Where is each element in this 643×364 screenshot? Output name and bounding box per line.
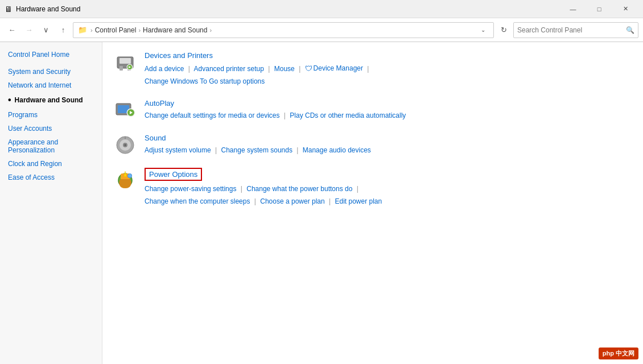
sound-content: Sound Adjust system volume | Change syst…	[145, 134, 632, 157]
content-area: Devices and Printers Add a device | Adva…	[102, 42, 643, 364]
devices-and-printers-links: Add a device | Advanced printer setup | …	[145, 62, 632, 88]
sidebar-item-clock-and-region[interactable]: Clock and Region	[0, 157, 102, 171]
autoplay-icon	[114, 99, 137, 122]
sidebar-item-appearance-and-personalization[interactable]: Appearance and Personalization	[0, 135, 102, 157]
sidebar-item-network-and-internet[interactable]: Network and Internet	[0, 78, 102, 92]
sound-title[interactable]: Sound	[145, 134, 632, 142]
search-box[interactable]: 🔍	[513, 22, 638, 38]
device-manager-link[interactable]: Device Manager	[314, 63, 363, 75]
refresh-button[interactable]: ↻	[496, 23, 511, 38]
sidebar-item-control-panel-home[interactable]: Control Panel Home	[0, 48, 102, 61]
power-options-content: Power Options Change power-saving settin…	[145, 168, 632, 208]
mouse-link[interactable]: Mouse	[274, 65, 295, 73]
manage-audio-devices-link[interactable]: Manage audio devices	[303, 146, 371, 154]
up-button[interactable]: ↑	[56, 23, 71, 38]
search-icon: 🔍	[626, 26, 634, 34]
sidebar-item-ease-of-access[interactable]: Ease of Access	[0, 171, 102, 184]
php-badge: php 中文网	[599, 348, 638, 359]
title-bar-title: Hardware and Sound	[16, 5, 560, 13]
change-power-saving-settings-link[interactable]: Change power-saving settings	[145, 185, 236, 193]
add-a-device-link[interactable]: Add a device	[145, 65, 184, 73]
category-sound: Sound Adjust system volume | Change syst…	[114, 134, 632, 157]
php-badge-text: php 中文网	[603, 349, 634, 358]
title-bar: 🖥 Hardware and Sound — □ ✕	[0, 0, 643, 18]
autoplay-content: AutoPlay Change default settings for med…	[145, 99, 632, 122]
sidebar: Control Panel Home System and Security N…	[0, 42, 102, 364]
edit-power-plan-link[interactable]: Edit power plan	[335, 197, 382, 205]
title-bar-icon: 🖥	[5, 5, 13, 14]
change-windows-to-go-link[interactable]: Change Windows To Go startup options	[145, 77, 265, 85]
power-options-icon	[114, 168, 137, 191]
address-bar: ← → ∨ ↑ 📁 › Control Panel › Hardware and…	[0, 18, 643, 42]
category-power-options: Power Options Change power-saving settin…	[114, 168, 632, 208]
breadcrumb-sep: ›	[90, 27, 93, 34]
devices-and-printers-title[interactable]: Devices and Printers	[145, 51, 632, 60]
svg-point-20	[128, 174, 131, 177]
minimize-button[interactable]: —	[560, 0, 586, 18]
choose-power-plan-link[interactable]: Choose a power plan	[260, 197, 324, 205]
back-button[interactable]: ←	[5, 23, 19, 38]
autoplay-links: Change default settings for media or dev…	[145, 110, 632, 122]
forward-button[interactable]: →	[22, 23, 36, 38]
sidebar-item-hardware-and-sound[interactable]: Hardware and Sound	[0, 92, 102, 108]
main-container: Control Panel Home System and Security N…	[0, 42, 643, 364]
power-options-title[interactable]: Power Options	[145, 168, 202, 181]
play-cds-link[interactable]: Play CDs or other media automatically	[290, 111, 406, 119]
sidebar-item-system-and-security[interactable]: System and Security	[0, 65, 102, 78]
devices-and-printers-icon	[114, 51, 137, 74]
title-bar-controls: — □ ✕	[560, 0, 638, 18]
sound-links: Adjust system volume | Change system sou…	[145, 144, 632, 157]
adjust-system-volume-link[interactable]: Adjust system volume	[145, 146, 211, 154]
search-input[interactable]	[517, 26, 624, 34]
breadcrumb-dropdown-arrow[interactable]: ⌄	[477, 23, 489, 38]
svg-rect-1	[119, 66, 123, 71]
category-autoplay: AutoPlay Change default settings for med…	[114, 99, 632, 122]
breadcrumb-control-panel[interactable]: Control Panel	[95, 26, 137, 34]
sidebar-item-user-accounts[interactable]: User Accounts	[0, 122, 102, 135]
close-button[interactable]: ✕	[612, 0, 638, 18]
change-power-buttons-link[interactable]: Change what the power buttons do	[246, 185, 352, 193]
maximize-button[interactable]: □	[586, 0, 612, 18]
change-when-computer-sleeps-link[interactable]: Change when the computer sleeps	[145, 197, 250, 205]
sidebar-item-programs[interactable]: Programs	[0, 108, 102, 122]
sound-icon	[114, 134, 137, 156]
dropdown-button[interactable]: ∨	[39, 23, 53, 38]
breadcrumb-hardware-and-sound[interactable]: Hardware and Sound	[143, 26, 207, 34]
change-default-settings-link[interactable]: Change default settings for media or dev…	[145, 111, 279, 119]
power-options-links: Change power-saving settings | Change wh…	[145, 183, 632, 208]
devices-and-printers-content: Devices and Printers Add a device | Adva…	[145, 51, 632, 88]
advanced-printer-setup-link[interactable]: Advanced printer setup	[194, 65, 264, 73]
svg-rect-3	[119, 58, 131, 64]
change-system-sounds-link[interactable]: Change system sounds	[221, 146, 292, 154]
autoplay-title[interactable]: AutoPlay	[145, 99, 632, 107]
svg-point-15	[125, 144, 126, 146]
category-devices-and-printers: Devices and Printers Add a device | Adva…	[114, 51, 632, 88]
breadcrumb[interactable]: 📁 › Control Panel › Hardware and Sound ›…	[73, 22, 494, 38]
